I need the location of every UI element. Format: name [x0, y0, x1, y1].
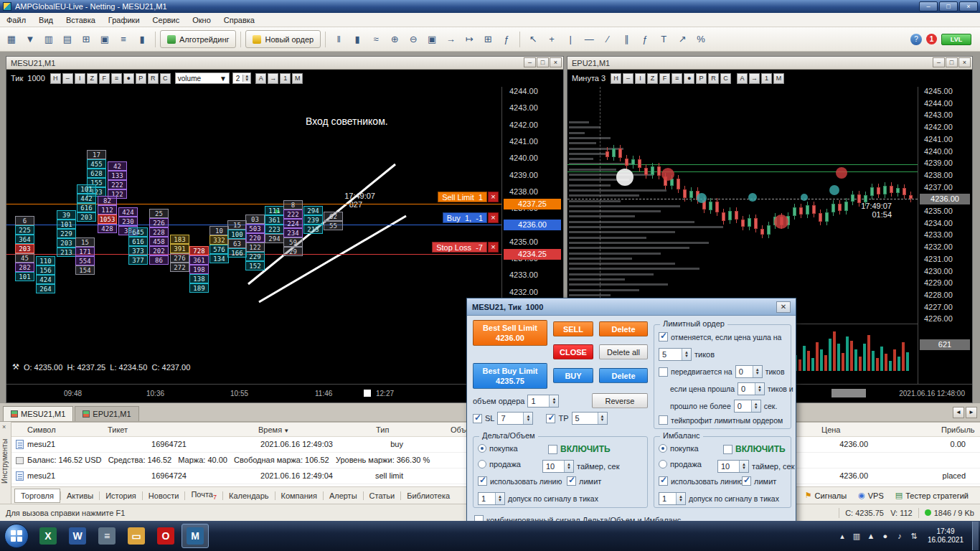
maximize-button[interactable]: □: [939, 1, 958, 11]
chart-button-1[interactable]: 1: [280, 73, 291, 84]
terminal-toolbox-icon[interactable]: ▣: [96, 31, 113, 48]
h-scrollbar-thumb[interactable]: [364, 390, 371, 397]
chart-button-P[interactable]: P: [136, 73, 146, 84]
buy-radio[interactable]: [478, 444, 486, 453]
calculator-taskbar-icon[interactable]: ≡: [93, 524, 121, 548]
column-header-Тип[interactable]: Тип: [376, 423, 389, 437]
chart-button-–[interactable]: –: [623, 73, 633, 84]
column-header-Цена[interactable]: Цена: [821, 423, 840, 437]
toolbox-close-icon[interactable]: ×: [2, 423, 6, 430]
zoom-in-icon[interactable]: ⊕: [386, 31, 403, 48]
channel-tool-icon[interactable]: ∥: [618, 31, 635, 48]
passed-spinner[interactable]: 0▲▼: [738, 382, 765, 395]
right-chart-titlebar[interactable]: EPU21,M1 – □ ×: [567, 57, 972, 70]
chart-close-button[interactable]: ×: [550, 57, 562, 67]
limit-checkbox[interactable]: [742, 476, 751, 486]
h-scrollbar-thumb[interactable]: [831, 389, 866, 397]
column-header-Время[interactable]: Время ▼: [258, 423, 289, 437]
delete-buy-button[interactable]: Delete: [599, 368, 648, 383]
limit-checkbox[interactable]: [567, 476, 576, 486]
explorer-folder-taskbar-icon[interactable]: ▭: [123, 524, 150, 548]
indicators-icon[interactable]: ƒ: [498, 31, 515, 48]
order-label[interactable]: Stop Loss -7×: [432, 242, 499, 253]
spinner-arrows[interactable]: ▲▼: [495, 493, 504, 504]
chart-button-H[interactable]: H: [611, 73, 621, 84]
chart-maximize-button[interactable]: □: [946, 57, 958, 67]
strategy-tester-icon[interactable]: ≡: [115, 31, 132, 48]
chart-button-M[interactable]: M: [773, 73, 784, 84]
close-position-button[interactable]: CLOSE: [553, 344, 593, 359]
crosshair-icon[interactable]: +: [543, 31, 560, 48]
chart-line-icon[interactable]: ≈: [367, 31, 385, 48]
menu-item-Справка[interactable]: Справка: [217, 14, 261, 27]
spinner-arrows[interactable]: ▲▼: [751, 400, 760, 412]
tab-Почта[interactable]: Почта7: [185, 488, 222, 503]
chart-button-≡[interactable]: ≡: [672, 73, 682, 84]
chart-button-●[interactable]: ●: [123, 73, 134, 84]
chart-shift-icon[interactable]: ↦: [461, 31, 478, 48]
chart-button-1[interactable]: 1: [761, 73, 772, 84]
depth-of-market-icon[interactable]: ▮: [133, 31, 151, 48]
algo-trading-button[interactable]: Алготрейдинг: [160, 30, 236, 48]
chart-button-→[interactable]: →: [749, 73, 760, 84]
spinner-arrows[interactable]: ▲▼: [676, 493, 685, 504]
tray-alert-icon[interactable]: ●: [880, 531, 890, 541]
tab-Алерты[interactable]: Алерты: [324, 489, 363, 502]
chart-button-●[interactable]: ●: [684, 73, 694, 84]
excel-taskbar-icon[interactable]: X: [34, 524, 62, 548]
chart-button-F[interactable]: F: [99, 73, 110, 84]
column-header-Символ[interactable]: Символ: [27, 423, 56, 437]
spinner[interactable]: 1▲▼: [659, 492, 686, 505]
spinner-arrows[interactable]: ▲▼: [755, 383, 764, 395]
new-chart-icon[interactable]: ▦: [3, 31, 20, 48]
sell-radio[interactable]: [478, 460, 486, 468]
spinner[interactable]: 10▲▼: [717, 460, 749, 473]
enable-checkbox[interactable]: [723, 445, 732, 454]
fibonacci-tool-icon[interactable]: ƒ: [636, 31, 654, 48]
spinner-arrows[interactable]: ▲▼: [739, 461, 748, 472]
tab-Библиотека[interactable]: Библиотека: [401, 489, 456, 502]
menu-item-Окно[interactable]: Окно: [186, 14, 217, 27]
tab-Активы[interactable]: Активы: [61, 489, 99, 502]
chart-button-I[interactable]: I: [75, 73, 85, 84]
chart-button-P[interactable]: P: [696, 73, 707, 84]
show-desktop-button[interactable]: [972, 522, 979, 550]
tab-VPS[interactable]: ◉VPS: [854, 489, 888, 502]
market-watch-icon[interactable]: ▥: [40, 31, 57, 48]
toolbox-sidebar-label[interactable]: Инструменты: [1, 439, 9, 484]
chart-bars-icon[interactable]: ‖: [330, 31, 347, 48]
cancel-checkbox[interactable]: [659, 332, 668, 342]
chart-button-F[interactable]: F: [659, 73, 670, 84]
grid-icon[interactable]: ⊞: [479, 31, 496, 48]
vertical-line-tool-icon[interactable]: |: [562, 31, 579, 48]
sl-checkbox[interactable]: [473, 414, 482, 423]
chart-candles-icon[interactable]: ▮: [349, 31, 366, 48]
tab-scroll-left-icon[interactable]: ◄: [953, 407, 964, 418]
minimize-button[interactable]: –: [919, 1, 938, 11]
tp-spinner[interactable]: 5▲▼: [572, 412, 608, 425]
network-icon[interactable]: ⇅: [909, 531, 919, 541]
tab-Сигналы[interactable]: ⚑Сигналы: [801, 489, 852, 502]
chart-button-C[interactable]: C: [720, 73, 731, 84]
chart-minimize-button[interactable]: –: [524, 57, 536, 67]
spinner-arrows[interactable]: ▲▼: [523, 413, 532, 424]
best-buy-limit-button[interactable]: Best Buy Limit 4235.75: [473, 363, 547, 389]
elapsed-spinner[interactable]: 0▲▼: [734, 400, 761, 413]
spinner-arrows[interactable]: ▲▼: [753, 366, 762, 377]
metatrader5-taskbar-icon[interactable]: M: [182, 524, 209, 548]
text-tool-icon[interactable]: T: [655, 31, 672, 48]
use-line-checkbox[interactable]: [478, 476, 487, 486]
left-chart-canvas[interactable]: Вход советником. 17:49:07 827 ▶ ⚒ O: 423…: [6, 87, 501, 384]
auto-scroll-icon[interactable]: →: [442, 31, 459, 48]
tab-Новости[interactable]: Новости: [143, 489, 185, 502]
enable-checkbox[interactable]: [548, 445, 557, 454]
navigator-icon[interactable]: ⊞: [77, 31, 95, 48]
hidden-icons-icon[interactable]: ▴: [837, 531, 847, 541]
chart-tab-MESU21,M1[interactable]: MESU21,M1: [3, 406, 73, 421]
menu-item-Вид[interactable]: Вид: [32, 14, 60, 27]
chart-button-Z[interactable]: Z: [647, 73, 658, 84]
depth-spinner[interactable]: 2 ▲▼: [232, 72, 252, 84]
chart-button-Z[interactable]: Z: [87, 73, 98, 84]
chart-button-I[interactable]: I: [635, 73, 646, 84]
chart-button-→[interactable]: →: [268, 73, 278, 84]
